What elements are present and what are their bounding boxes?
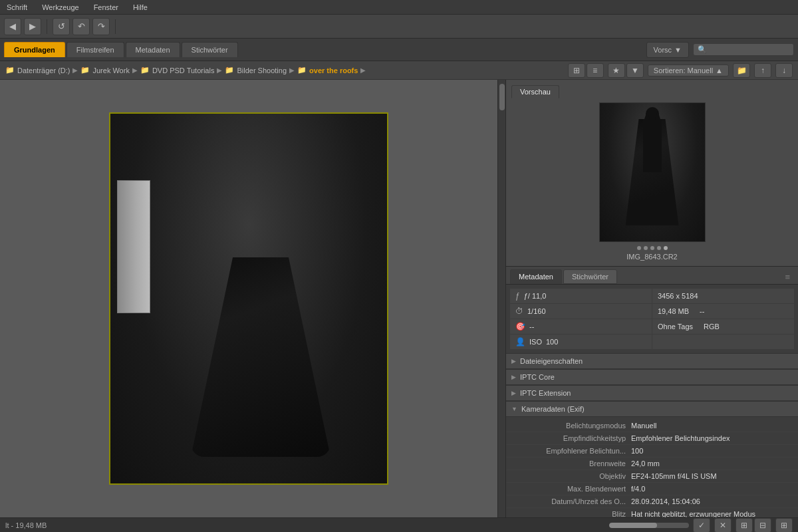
triangle-icon-4: ▼ [511, 406, 517, 412]
star-filter-button[interactable]: ★ [608, 63, 625, 78]
preview-dot-3[interactable] [650, 246, 654, 250]
exif-table: Belichtungsmodus Manuell Empfindlichkeit… [506, 417, 798, 517]
preview-ear-left [644, 111, 650, 119]
batman-figure [231, 311, 291, 457]
breadcrumb-overtheroof[interactable]: 📁 over the roofs [297, 66, 358, 74]
empty-cell [652, 334, 794, 349]
colorspace-value: RGB [704, 323, 720, 331]
menu-fenster[interactable]: Fenster [91, 2, 121, 13]
statusbar: lt - 19,48 MB ✓ ✕ ⊞ ⊟ ⊞ [0, 517, 798, 532]
tab-stichwoerter[interactable]: Stichwörter [182, 42, 238, 57]
focus-value: -- [529, 323, 534, 331]
preview-ear-right [655, 111, 660, 119]
breadcrumb-datentraeger[interactable]: 📁 Datenträger (D:) [5, 66, 70, 74]
refresh-button[interactable]: ↺ [53, 18, 70, 35]
metadata-tab-metadaten[interactable]: Metadaten [510, 269, 562, 284]
list-view-button[interactable]: ≡ [587, 63, 604, 78]
folder-icon-3: 📁 [140, 66, 150, 74]
view-toggle-group: ⊞ ≡ [568, 63, 604, 78]
preview-section: Vorschau [506, 80, 798, 267]
progress-fill [609, 523, 657, 528]
preview-dot-4[interactable] [657, 246, 661, 250]
section-label-iptcextension: IPTC Extension [520, 389, 571, 397]
metadata-options-button[interactable]: ≡ [781, 271, 794, 283]
section-kameradaten[interactable]: ▼ Kameradaten (Exif) [506, 401, 798, 417]
shutter-cell: ⏱ 1/160 [510, 304, 652, 319]
preview-dot-5[interactable] [664, 246, 668, 250]
preview-batman-figure [626, 112, 679, 232]
redo-button[interactable]: ↷ [92, 18, 110, 35]
statusbar-list-button[interactable]: ⊟ [754, 518, 771, 533]
folder-icon-2: 📁 [80, 66, 90, 74]
forward-button[interactable]: ▶ [24, 18, 41, 35]
dimensions-value: 3456 x 5184 [658, 292, 698, 300]
exif-row: Objektiv EF24-105mm f/4L IS USM [506, 470, 798, 483]
download-button[interactable]: ↓ [775, 63, 793, 78]
preview-body [643, 119, 662, 172]
menu-hilfe[interactable]: Hilfe [130, 2, 150, 13]
star-dropdown-button[interactable]: ▼ [626, 63, 644, 78]
aperture-icon: ƒ [515, 291, 520, 301]
statusbar-view-group: ⊞ ⊟ [735, 518, 771, 533]
dropdown-arrow-icon: ▼ [674, 46, 682, 54]
scrollbar-thumb[interactable] [499, 84, 505, 110]
nav-tabs-right-group: Vorsc ▼ 🔍 [646, 42, 794, 58]
metadata-tab-stichwoerter[interactable]: Stichwörter [563, 269, 617, 284]
main-image [109, 112, 388, 485]
section-dateieigenschaften[interactable]: ▶ Dateieigenschaften [506, 353, 798, 369]
breadcrumb-dvd[interactable]: 📁 DVD PSD Tutorials [140, 66, 215, 74]
meta-key: Brennweite [511, 460, 631, 467]
shutter-value: 1/160 [527, 307, 546, 315]
statusbar-right: ✓ ✕ ⊞ ⊟ ⊞ [609, 518, 793, 533]
search-box[interactable]: 🔍 [693, 43, 794, 56]
breadcrumb-bilder[interactable]: 📁 Bilder Shooting [225, 66, 287, 74]
image-panel[interactable] [0, 80, 497, 517]
triangle-icon-2: ▶ [511, 374, 516, 380]
section-iptc-core[interactable]: ▶ IPTC Core [506, 369, 798, 385]
preview-dots [637, 246, 668, 250]
meta-val: Manuell [631, 422, 793, 430]
cross-icon-button[interactable]: ✕ [714, 518, 732, 533]
preview-dot-2[interactable] [644, 246, 648, 250]
triangle-icon-1: ▶ [511, 358, 516, 364]
tab-grundlagen[interactable]: Grundlagen [4, 42, 65, 57]
image-scrollbar[interactable] [497, 80, 505, 517]
menu-werkzeuge[interactable]: Werkzeuge [39, 2, 81, 13]
section-iptc-extension[interactable]: ▶ IPTC Extension [506, 385, 798, 401]
progress-bar [609, 523, 689, 528]
preview-tab-bar: Vorschau [511, 85, 793, 98]
preview-tab-vorschau[interactable]: Vorschau [511, 85, 559, 98]
statusbar-columns-button[interactable]: ⊞ [775, 518, 793, 533]
grid-view-button[interactable]: ⊞ [568, 63, 585, 78]
check-icon-button[interactable]: ✓ [693, 518, 710, 533]
back-button[interactable]: ◀ [4, 18, 21, 35]
exif-row: Blitz Hat nicht geblitzt, erzwungener Mo… [506, 508, 798, 517]
tab-vorsc-dropdown[interactable]: Vorsc ▼ [646, 42, 689, 58]
meta-key: Datum/Uhrzeit des O... [511, 497, 631, 505]
focus-icon: 🎯 [515, 322, 525, 331]
undo-button[interactable]: ↶ [72, 18, 90, 35]
upload-button[interactable]: ↑ [754, 63, 771, 78]
meta-key: Blitz [511, 510, 631, 517]
tab-metadaten[interactable]: Metadaten [126, 42, 180, 57]
exif-row: Datum/Uhrzeit des O... 28.09.2014, 15:04… [506, 495, 798, 508]
preview-image-container [599, 102, 706, 242]
search-input[interactable] [710, 46, 789, 54]
filesize-cell: 19,48 MB -- [652, 304, 794, 319]
preview-dot-1[interactable] [637, 246, 641, 250]
star-group: ★ ▼ [608, 63, 644, 78]
menu-schrift[interactable]: Schrift [4, 2, 30, 13]
meta-key: Objektiv [511, 472, 631, 480]
meta-val: Hat nicht geblitzt, erzwungener Modus [631, 510, 793, 517]
breadcrumb-jurekwork[interactable]: 📁 Jurek Work [80, 66, 129, 74]
tab-filmstreifen[interactable]: Filmstreifen [66, 42, 124, 57]
sort-button[interactable]: Sortieren: Manuell ▲ [648, 65, 729, 76]
folder-browse-button[interactable]: 📁 [733, 63, 750, 78]
metadata-tab-bar: Metadaten Stichwörter ≡ [506, 267, 798, 285]
triangle-icon-3: ▶ [511, 390, 516, 396]
statusbar-grid-button[interactable]: ⊞ [735, 518, 753, 533]
softbox-light [117, 180, 150, 313]
iso-cell: 👤 ISO 100 [510, 334, 652, 349]
toolbar: ◀ ▶ ↺ ↶ ↷ [0, 15, 798, 39]
breadcrumb-sep-5: ▶ [360, 66, 366, 74]
